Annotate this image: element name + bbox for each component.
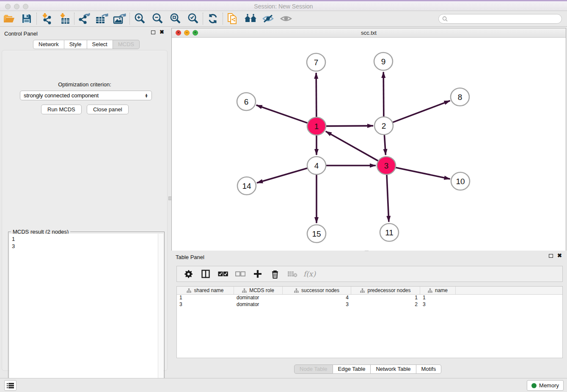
column-header-successor-nodes[interactable]: successor nodes — [283, 287, 351, 294]
tab-style[interactable]: Style — [64, 40, 87, 49]
tab-mcds[interactable]: MCDS — [113, 40, 140, 49]
tab-network-table[interactable]: Network Table — [371, 364, 416, 374]
zoom-out-button[interactable] — [149, 11, 166, 26]
node-table[interactable]: shared nameMCDS rolesuccessor nodesprede… — [176, 286, 563, 358]
close-panel-button[interactable]: Close panel — [87, 105, 129, 114]
home-view-button[interactable] — [242, 11, 259, 26]
mcds-result-area[interactable]: 1 3 — [9, 234, 163, 392]
save-session-button[interactable] — [18, 11, 36, 26]
table-cell[interactable]: 1 — [420, 295, 456, 301]
edge-2-9[interactable] — [383, 72, 384, 117]
graph-node-2[interactable]: 2 — [374, 117, 393, 135]
control-panel-title: Control Panel — [4, 30, 38, 37]
graph-node-6[interactable]: 6 — [237, 93, 256, 110]
double-home-icon — [244, 14, 257, 24]
zoom-selected-button[interactable] — [184, 11, 202, 26]
table-cell[interactable]: 3 — [420, 301, 456, 308]
node-label: 3 — [384, 161, 389, 170]
export-image-button[interactable] — [111, 11, 129, 26]
close-panel-icon[interactable]: ✖ — [160, 30, 164, 34]
table-cell[interactable]: 1 — [177, 295, 234, 301]
search-input[interactable] — [450, 16, 561, 22]
tab-network[interactable]: Network — [33, 40, 64, 49]
tab-select[interactable]: Select — [87, 40, 113, 49]
edge-1-7[interactable] — [316, 73, 317, 118]
table-cell[interactable]: dominator — [234, 295, 283, 301]
network-list-button[interactable] — [4, 380, 17, 391]
optimization-criterion-label: Optimization criterion: — [2, 81, 167, 88]
network-window-titlebar[interactable]: ✕ − + scc.txt — [172, 28, 566, 38]
toolbar-separator — [129, 13, 130, 25]
function-builder-button[interactable]: f(x) — [302, 267, 317, 281]
select-all-rows-button[interactable] — [215, 267, 231, 281]
table-cell[interactable]: 1 — [351, 295, 420, 301]
search-field[interactable] — [438, 14, 562, 24]
eye-icon — [280, 14, 292, 24]
table-row[interactable]: 1dominator411 — [177, 295, 562, 301]
run-mcds-button[interactable]: Run MCDS — [41, 105, 82, 114]
column-header-MCDS-role[interactable]: MCDS role — [234, 287, 283, 294]
copy-documents-icon — [227, 12, 239, 25]
edge-1-2[interactable] — [325, 126, 373, 126]
table-cell[interactable]: 3 — [177, 301, 234, 308]
graph-node-4[interactable]: 4 — [307, 157, 326, 174]
float-panel-icon[interactable] — [151, 30, 155, 34]
add-column-button[interactable] — [250, 267, 265, 281]
tab-motifs[interactable]: Motifs — [416, 364, 442, 374]
result-scrollbar[interactable] — [158, 234, 163, 392]
graph-node-11[interactable]: 11 — [380, 224, 399, 241]
edge-3-1[interactable] — [326, 131, 379, 161]
new-network-button[interactable] — [75, 11, 93, 26]
main-toolbar — [0, 11, 567, 27]
open-session-button[interactable] — [0, 11, 18, 26]
column-header-predecessor-nodes[interactable]: predecessor nodes — [351, 287, 420, 294]
network-graph[interactable]: 1234678910111415 — [172, 38, 566, 251]
delete-column-button[interactable] — [267, 267, 283, 281]
edge-3-11[interactable] — [387, 174, 389, 222]
graph-node-10[interactable]: 10 — [451, 172, 470, 190]
show-all-button[interactable] — [277, 11, 295, 26]
graph-node-14[interactable]: 14 — [237, 177, 256, 195]
import-table-button[interactable] — [55, 11, 73, 26]
graph-node-1[interactable]: 1 — [307, 117, 326, 135]
table-header-row: shared nameMCDS rolesuccessor nodesprede… — [177, 287, 562, 295]
criterion-dropdown[interactable]: strongly connected component ▲▼ — [20, 91, 152, 100]
graph-node-9[interactable]: 9 — [374, 52, 393, 70]
save-floppy-icon — [22, 14, 32, 24]
memory-button[interactable]: Memory — [527, 380, 564, 391]
network-canvas[interactable]: 1234678910111415 — [172, 38, 566, 251]
application-window: Session: New Session — [0, 0, 567, 392]
tab-node-table[interactable]: Node Table — [294, 364, 333, 374]
column-header-name[interactable]: name — [420, 287, 456, 294]
node-label: 9 — [381, 57, 386, 66]
split-columns-button[interactable] — [198, 267, 213, 281]
graph-node-7[interactable]: 7 — [307, 53, 325, 71]
edge-2-3[interactable] — [384, 134, 385, 155]
table-cell[interactable]: dominator — [234, 301, 283, 308]
table-cell[interactable]: 3 — [283, 301, 351, 308]
import-network-button[interactable] — [38, 11, 55, 26]
close-table-panel-icon[interactable]: ✖ — [557, 254, 562, 258]
edge-4-14[interactable] — [257, 168, 308, 183]
table-cell[interactable]: 2 — [351, 301, 420, 308]
zoom-fit-button[interactable] — [166, 11, 184, 26]
graph-node-8[interactable]: 8 — [451, 88, 469, 106]
first-neighbors-button[interactable] — [224, 11, 242, 26]
zoom-in-button[interactable] — [131, 11, 149, 26]
column-header-shared-name[interactable]: shared name — [177, 287, 234, 294]
table-settings-button[interactable] — [180, 267, 196, 281]
graph-node-3[interactable]: 3 — [377, 157, 396, 174]
table-row[interactable]: 3dominator323 — [177, 301, 562, 308]
float-table-panel-icon[interactable] — [549, 254, 553, 258]
table-cell[interactable]: 4 — [283, 295, 351, 301]
edge-2-8[interactable] — [392, 101, 450, 123]
hide-selected-button[interactable] — [259, 11, 277, 26]
edge-3-10[interactable] — [395, 167, 450, 179]
edge-1-6[interactable] — [256, 105, 309, 123]
deselect-all-rows-button[interactable] — [232, 267, 248, 281]
apply-layout-button[interactable] — [204, 11, 222, 26]
graph-node-15[interactable]: 15 — [307, 225, 326, 243]
export-table-button[interactable] — [93, 11, 111, 26]
tab-edge-table[interactable]: Edge Table — [333, 364, 371, 374]
delete-table-button[interactable] — [284, 267, 300, 281]
